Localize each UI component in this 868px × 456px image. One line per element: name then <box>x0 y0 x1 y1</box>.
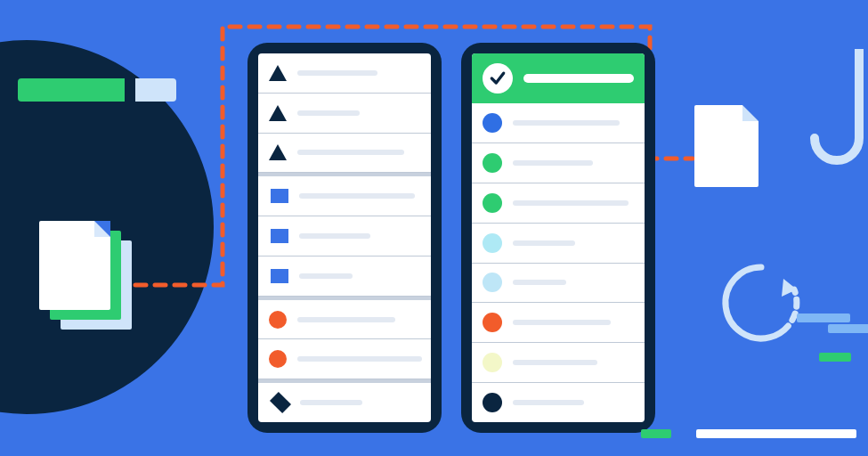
text-line <box>297 110 360 116</box>
list-item <box>258 339 431 379</box>
text-line <box>299 233 370 239</box>
phone-right <box>461 43 655 433</box>
text-line <box>513 160 593 166</box>
bullet-icon <box>483 313 502 332</box>
text-line <box>513 400 584 405</box>
triangle-icon <box>269 105 287 121</box>
list-item <box>472 264 645 304</box>
hook-icon <box>806 49 868 183</box>
square-icon <box>271 189 288 203</box>
text-line <box>299 273 353 279</box>
list-item <box>472 303 645 343</box>
decorative-bar <box>828 324 868 333</box>
document-stack <box>39 221 137 337</box>
bullet-icon <box>483 153 502 173</box>
circle-icon <box>269 350 287 368</box>
decorative-bar <box>641 429 671 438</box>
bullet-icon <box>483 393 502 412</box>
text-line <box>513 360 597 365</box>
text-line <box>297 356 422 362</box>
list-item <box>258 134 431 174</box>
text-line <box>513 240 575 246</box>
decorative-bar <box>819 353 851 362</box>
list-item <box>472 383 645 422</box>
text-line <box>513 200 629 206</box>
decorative-bar <box>696 429 856 438</box>
highlighter-pen <box>18 78 176 102</box>
triangle-icon <box>269 65 287 81</box>
list-item <box>258 216 431 256</box>
header-title-bar <box>523 74 634 83</box>
document-icon <box>694 105 758 187</box>
phone-right-screen <box>472 53 645 422</box>
text-line <box>297 70 377 76</box>
bullet-icon <box>483 273 502 292</box>
phone-left-screen <box>258 53 431 422</box>
bullet-icon <box>483 353 502 372</box>
list-item <box>258 53 431 94</box>
list-item <box>472 103 645 143</box>
diamond-icon <box>270 392 291 413</box>
list-item <box>258 176 431 216</box>
list-item <box>258 383 431 422</box>
bullet-icon <box>483 113 502 133</box>
square-icon <box>271 269 288 283</box>
list-item <box>258 94 431 134</box>
circle-icon <box>269 311 287 329</box>
text-line <box>300 400 362 405</box>
square-icon <box>271 229 288 243</box>
phone-left <box>247 43 442 433</box>
list-item <box>258 256 431 297</box>
check-icon <box>483 63 513 94</box>
text-line <box>513 120 620 126</box>
text-line <box>297 150 404 155</box>
triangle-icon <box>269 144 287 160</box>
list-item <box>472 143 645 183</box>
list-item <box>472 343 645 383</box>
text-line <box>513 320 611 325</box>
text-line <box>513 280 566 285</box>
list-item <box>472 224 645 264</box>
text-line <box>297 317 395 322</box>
document-front-icon <box>39 221 110 310</box>
checklist-header <box>472 53 645 103</box>
list-item <box>472 183 645 224</box>
bullet-icon <box>483 193 502 213</box>
refresh-icon <box>712 254 810 352</box>
illustration-stage <box>0 0 868 456</box>
bullet-icon <box>483 233 502 253</box>
list-item <box>258 300 431 340</box>
decorative-bar <box>797 314 850 322</box>
text-line <box>299 193 415 199</box>
